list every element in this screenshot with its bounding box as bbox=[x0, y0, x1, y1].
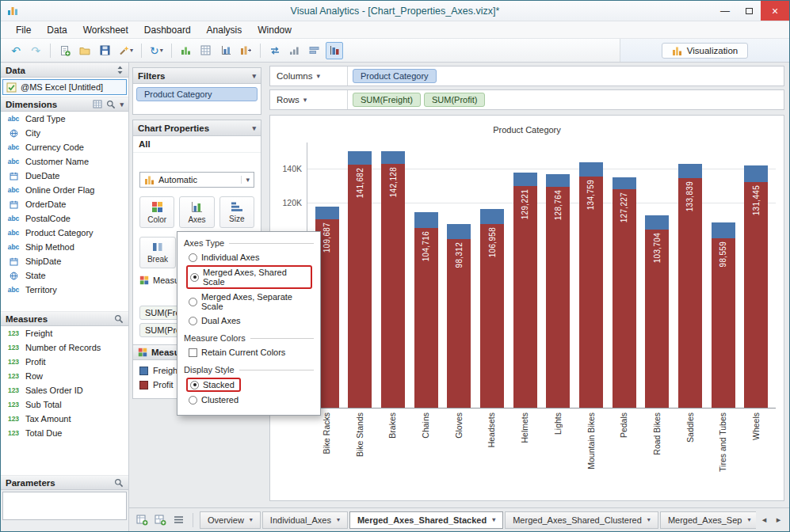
chart-data-icon[interactable] bbox=[237, 42, 254, 59]
chevron-down-icon[interactable]: ▾ bbox=[120, 101, 124, 108]
dimension-item-online-order-flag[interactable]: abcOnline Order Flag bbox=[1, 183, 128, 197]
bar-brakes[interactable]: 142,128 bbox=[381, 151, 405, 408]
search-icon[interactable] bbox=[106, 100, 116, 109]
measure-item-total-due[interactable]: 123Total Due bbox=[1, 426, 128, 440]
dimension-item-ship-method[interactable]: abcShip Method bbox=[1, 240, 128, 254]
sheet-list-button[interactable] bbox=[170, 512, 186, 528]
dimension-item-city[interactable]: City bbox=[1, 126, 128, 140]
sheet-tab-merged-axes-shared-clustered[interactable]: Merged_Axes_Shared_Clustered▾ bbox=[505, 511, 658, 529]
rows-shelf-label[interactable]: Rows ▾ bbox=[270, 90, 348, 109]
radio-stacked[interactable]: Stacked bbox=[184, 377, 314, 393]
bar-saddles[interactable]: 133,839 bbox=[678, 164, 702, 408]
search-icon[interactable] bbox=[114, 478, 124, 488]
visualization-toggle[interactable]: Visualization bbox=[662, 43, 748, 59]
measure-item-freight[interactable]: 123Freight bbox=[1, 326, 128, 340]
bar-pedals[interactable]: 127,227 bbox=[613, 177, 636, 408]
datasource-item[interactable]: @MS Excel [Untitled] bbox=[2, 79, 127, 95]
bar-bike-stands[interactable]: 141,682 bbox=[348, 151, 372, 408]
open-workbook-icon[interactable] bbox=[76, 42, 94, 59]
radio-individual-axes[interactable]: Individual Axes bbox=[184, 250, 314, 264]
save-icon[interactable] bbox=[96, 42, 113, 59]
radio-clustered[interactable]: Clustered bbox=[184, 393, 314, 407]
refresh-data-icon[interactable]: ↻▾ bbox=[147, 42, 166, 59]
bar-tires-and-tubes[interactable]: 98,559 bbox=[712, 222, 735, 408]
sheet-tab-merged-axes-sep[interactable]: Merged_Axes_Sep▾ bbox=[660, 511, 756, 529]
checkbox-retain-current-colors[interactable]: Retain Current Colors bbox=[184, 345, 314, 359]
dimension-item-card-type[interactable]: abcCard Type bbox=[1, 112, 128, 126]
add-chart-icon[interactable] bbox=[177, 42, 195, 59]
maximize-button[interactable] bbox=[737, 1, 761, 21]
chart-properties-header[interactable]: Chart Properties ▾ bbox=[133, 120, 261, 136]
menu-item-window[interactable]: Window bbox=[250, 23, 299, 37]
bar-lights[interactable]: 128,764 bbox=[546, 174, 570, 408]
dimension-item-orderdate[interactable]: OrderDate bbox=[1, 197, 128, 211]
filter-pill-product-category[interactable]: Product Category bbox=[136, 87, 258, 101]
new-worksheet-tab-button[interactable] bbox=[134, 512, 150, 528]
dimension-item-shipdate[interactable]: ShipDate bbox=[1, 254, 128, 268]
menu-item-dashboard[interactable]: Dashboard bbox=[137, 23, 198, 37]
table-view-icon[interactable] bbox=[93, 100, 102, 108]
measure-item-number-of-records[interactable]: 123Number of Records bbox=[1, 340, 128, 355]
scroll-tabs-left-button[interactable]: ◂ bbox=[758, 512, 770, 528]
menu-item-data[interactable]: Data bbox=[40, 23, 74, 37]
bar-wheels[interactable]: 131,445 bbox=[744, 165, 768, 408]
measure-item-row[interactable]: 123Row bbox=[1, 369, 128, 383]
checkbox-control[interactable] bbox=[189, 348, 197, 357]
filters-header[interactable]: Filters ▾ bbox=[133, 68, 261, 84]
measure-item-sub-total[interactable]: 123Sub Total bbox=[1, 397, 128, 412]
chevron-down-icon[interactable]: ▾ bbox=[492, 516, 495, 523]
axes-button[interactable]: Axes bbox=[179, 196, 214, 228]
minimize-button[interactable]: — bbox=[713, 1, 737, 21]
bar-headsets[interactable]: 106,958 bbox=[480, 209, 504, 408]
columns-shelf-label[interactable]: Columns ▾ bbox=[270, 66, 348, 86]
new-worksheet-icon[interactable] bbox=[56, 42, 74, 59]
sort-ascending-icon[interactable] bbox=[286, 42, 303, 59]
bar-road-bikes[interactable]: 103,704 bbox=[645, 215, 669, 408]
merged-axes-toggle-icon[interactable] bbox=[326, 42, 343, 59]
shelf-pill-sum-freight[interactable]: SUM(Freight) bbox=[353, 93, 421, 107]
chart-type-icon[interactable] bbox=[217, 42, 235, 59]
dimension-item-customer-name[interactable]: abcCustomer Name bbox=[1, 154, 128, 169]
dimension-item-duedate[interactable]: DueDate bbox=[1, 169, 128, 183]
shelf-pill-product-category[interactable]: Product Category bbox=[353, 69, 437, 83]
menu-item-worksheet[interactable]: Worksheet bbox=[76, 23, 135, 37]
dimension-item-territory[interactable]: abcTerritory bbox=[1, 283, 128, 297]
redo-icon[interactable]: ↷ bbox=[27, 42, 44, 59]
radio-control[interactable] bbox=[189, 396, 197, 405]
chevron-down-icon[interactable]: ▾ bbox=[747, 516, 750, 523]
sheet-tab-individual-axes[interactable]: Individual_Axes▾ bbox=[262, 511, 348, 529]
radio-merged-axes-separate-scale[interactable]: Merged Axes, Separate Scale bbox=[184, 290, 314, 314]
radio-control[interactable] bbox=[189, 317, 197, 325]
bar-mountain-bikes[interactable]: 134,759 bbox=[579, 162, 603, 408]
bar-gloves[interactable]: 98,312 bbox=[447, 224, 471, 408]
measure-item-sales-order-id[interactable]: 123Sales Order ID bbox=[1, 383, 128, 397]
radio-control[interactable] bbox=[189, 253, 197, 262]
chevron-down-icon[interactable]: ▾ bbox=[647, 516, 651, 523]
sheet-tab-overview[interactable]: Overview▾ bbox=[200, 511, 261, 529]
sort-fields-icon[interactable] bbox=[116, 66, 124, 74]
size-button[interactable]: Size bbox=[219, 196, 254, 228]
menu-item-analysis[interactable]: Analysis bbox=[200, 23, 250, 37]
break-button[interactable]: Break bbox=[139, 237, 176, 268]
radio-merged-axes-shared-scale[interactable]: Merged Axes, Shared Scale bbox=[184, 264, 314, 290]
close-button[interactable]: × bbox=[761, 1, 789, 21]
undo-icon[interactable]: ↶ bbox=[7, 42, 25, 59]
fit-rows-icon[interactable] bbox=[306, 42, 323, 59]
dimension-item-state[interactable]: State bbox=[1, 268, 128, 283]
color-button[interactable]: Color bbox=[139, 196, 174, 228]
swap-axes-icon[interactable] bbox=[266, 42, 284, 59]
sheet-tab-merged-axes-shared-stacked[interactable]: Merged_Axes_Shared_Stacked▾ bbox=[349, 511, 503, 529]
radio-control[interactable] bbox=[189, 298, 197, 306]
new-dashboard-tab-button[interactable] bbox=[152, 512, 168, 528]
chevron-down-icon[interactable]: ▾ bbox=[337, 516, 340, 523]
add-crosstab-icon[interactable] bbox=[197, 42, 215, 59]
scroll-tabs-right-button[interactable]: ▸ bbox=[773, 512, 784, 528]
chevron-down-icon[interactable]: ▾ bbox=[250, 516, 253, 523]
bar-helmets[interactable]: 129,221 bbox=[513, 173, 537, 408]
auto-chart-wand-icon[interactable]: ▾ bbox=[116, 42, 135, 59]
measure-item-profit[interactable]: 123Profit bbox=[1, 355, 128, 369]
dimension-item-product-category[interactable]: abcProduct Category bbox=[1, 226, 128, 240]
dimension-item-currency-code[interactable]: abcCurrency Code bbox=[1, 140, 128, 154]
dimension-item-postalcode[interactable]: abcPostalCode bbox=[1, 211, 128, 226]
radio-control[interactable] bbox=[190, 273, 199, 282]
